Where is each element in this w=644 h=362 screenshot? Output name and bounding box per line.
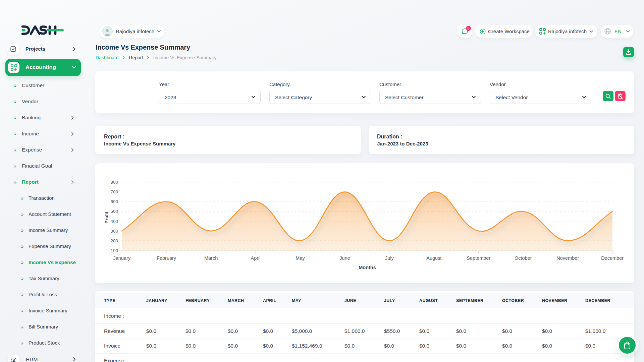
svg-text:700: 700 [110, 189, 118, 194]
svg-text:February: February [157, 255, 176, 261]
svg-text:March: March [204, 255, 218, 261]
svg-text:October: October [515, 255, 532, 261]
svg-text:September: September [467, 255, 490, 261]
svg-text:600: 600 [110, 199, 118, 204]
svg-text:300: 300 [110, 229, 118, 234]
svg-text:January: January [113, 255, 130, 261]
svg-text:November: November [556, 255, 579, 261]
svg-text:Months: Months [359, 265, 376, 270]
svg-text:500: 500 [110, 209, 118, 214]
svg-text:April: April [251, 255, 260, 261]
svg-text:August: August [426, 255, 441, 261]
svg-text:200: 200 [110, 238, 118, 243]
svg-text:Profit: Profit [104, 212, 109, 224]
svg-text:July: July [385, 255, 394, 261]
svg-text:December: December [601, 255, 624, 261]
svg-text:100: 100 [110, 248, 118, 253]
svg-text:400: 400 [110, 219, 118, 224]
svg-text:May: May [296, 255, 305, 261]
svg-text:800: 800 [110, 180, 118, 185]
svg-text:June: June [339, 255, 350, 261]
